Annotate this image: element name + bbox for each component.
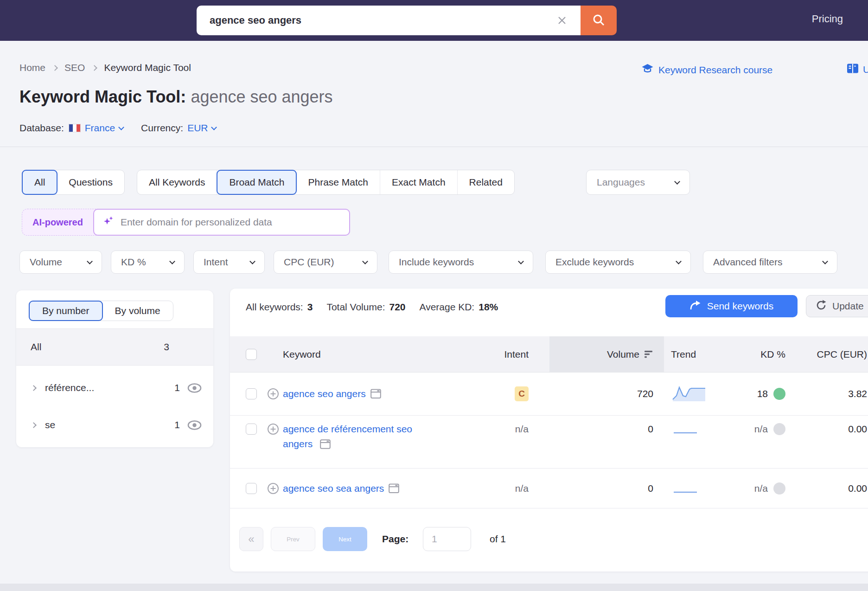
column-header-volume[interactable]: Volume <box>549 336 653 372</box>
table-body: agence seo angers C 720 18 3.82 <box>230 373 868 508</box>
page-number-input[interactable] <box>423 527 471 551</box>
user-manual-link[interactable]: Us <box>847 63 868 76</box>
total-volume-value: 720 <box>389 302 405 313</box>
keyword-groups-panel: By number By volume All 3 référence... 1… <box>16 290 213 447</box>
eye-icon[interactable] <box>187 420 202 430</box>
search-input[interactable] <box>197 6 581 35</box>
breadcrumb-home[interactable]: Home <box>19 62 45 73</box>
kd-easy-dot <box>773 388 785 400</box>
tab-related[interactable]: Related <box>458 170 514 194</box>
chevron-down-icon <box>249 258 255 264</box>
kd-cell: n/a <box>694 423 785 435</box>
keyword-link[interactable]: agence seo sea angers <box>283 481 384 496</box>
horizontal-scrollbar-track[interactable] <box>0 584 868 591</box>
serp-icon[interactable] <box>370 389 381 399</box>
average-kd-label: Average KD: <box>420 302 475 313</box>
next-page-button[interactable]: Next <box>323 527 367 551</box>
chevron-down-icon <box>676 258 682 264</box>
serp-icon[interactable] <box>389 483 399 493</box>
expand-chevron-icon[interactable] <box>31 385 37 391</box>
column-header-intent[interactable]: Intent <box>459 336 529 372</box>
kd-value: n/a <box>754 424 768 435</box>
sort-descending-icon <box>644 350 653 358</box>
include-keywords-dropdown[interactable]: Include keywords <box>389 251 533 274</box>
group-all-count: 3 <box>164 341 169 353</box>
clear-search-icon[interactable] <box>555 14 568 27</box>
tab-questions[interactable]: Questions <box>57 170 124 194</box>
tab-exact-match[interactable]: Exact Match <box>380 170 458 194</box>
kd-value: 18 <box>757 388 768 399</box>
breadcrumb-seo[interactable]: SEO <box>64 62 85 73</box>
expand-chevron-icon[interactable] <box>31 422 37 428</box>
languages-dropdown[interactable]: Languages <box>586 170 690 195</box>
pagination: « Prev Next Page: of 1 <box>230 527 868 551</box>
groups-sort-tabs: By number By volume <box>29 301 173 321</box>
eye-icon[interactable] <box>187 383 202 393</box>
group-row[interactable]: référence... 1 <box>16 371 213 405</box>
france-flag-icon <box>69 124 81 132</box>
send-keywords-button[interactable]: Send keywords <box>665 295 798 317</box>
intent-cell: n/a <box>459 424 529 435</box>
add-keyword-icon[interactable] <box>267 423 279 435</box>
column-header-kd[interactable]: KD % <box>716 336 785 372</box>
update-label: Update <box>832 301 864 312</box>
search-button[interactable] <box>581 6 617 35</box>
domain-input-wrap <box>93 209 350 236</box>
chevron-down-icon <box>674 179 680 185</box>
group-count: 1 <box>174 419 180 430</box>
first-page-button[interactable]: « <box>239 527 263 551</box>
kd-filter-dropdown[interactable]: KD % <box>111 251 185 274</box>
group-row[interactable]: se 1 <box>16 408 213 442</box>
chevron-right-icon <box>92 65 98 71</box>
volume-header-label: Volume <box>607 349 639 360</box>
cpc-filter-dropdown[interactable]: CPC (EUR) <box>274 251 377 274</box>
group-row-all[interactable]: All 3 <box>16 328 213 366</box>
prev-page-button[interactable]: Prev <box>271 527 315 551</box>
pricing-link[interactable]: Pricing <box>812 13 843 25</box>
tab-by-number[interactable]: By number <box>29 301 103 321</box>
keyword-link[interactable]: agence seo angers <box>283 386 366 401</box>
chevron-down-icon <box>169 258 175 264</box>
table-header-row: Keyword Intent Volume Trend KD % CPC (EU… <box>230 336 868 373</box>
keyword-research-course-link[interactable]: Keyword Research course <box>641 63 772 77</box>
tab-all[interactable]: All <box>22 170 57 195</box>
column-header-cpc[interactable]: CPC (EUR) <box>798 336 867 372</box>
search-icon <box>592 13 606 28</box>
serp-icon[interactable] <box>320 439 331 449</box>
tab-all-keywords[interactable]: All Keywords <box>137 170 217 194</box>
top-bar: Pricing <box>0 0 868 41</box>
page-label: Page: <box>382 527 408 551</box>
exclude-keywords-label: Exclude keywords <box>555 257 634 268</box>
breadcrumb: Home SEO Keyword Magic Tool <box>19 62 191 73</box>
group-label: référence... <box>45 382 94 393</box>
select-all-checkbox[interactable] <box>246 336 257 372</box>
page-title: Keyword Magic Tool: agence seo angers <box>19 87 333 107</box>
all-keywords-label: All keywords: <box>246 302 303 313</box>
add-keyword-icon[interactable] <box>267 388 279 400</box>
cpc-cell: 3.82 <box>798 388 867 399</box>
kd-value: n/a <box>754 483 768 494</box>
row-checkbox[interactable] <box>246 388 257 399</box>
keyword-link[interactable]: agence de référencement seo angers <box>283 424 412 449</box>
refresh-icon <box>816 300 827 313</box>
keywords-table-panel: All keywords:3 Total Volume:720 Average … <box>230 289 868 572</box>
update-button[interactable]: Update <box>806 295 868 317</box>
domain-input[interactable] <box>121 217 341 228</box>
add-keyword-icon[interactable] <box>267 482 279 495</box>
currency-selector[interactable]: EUR <box>187 122 216 134</box>
cpc-filter-label: CPC (EUR) <box>284 257 334 268</box>
intent-filter-dropdown[interactable]: Intent <box>193 251 265 274</box>
languages-label: Languages <box>597 177 645 188</box>
tab-broad-match[interactable]: Broad Match <box>217 170 297 195</box>
tab-by-volume[interactable]: By volume <box>102 301 173 321</box>
database-selector[interactable]: France <box>85 122 123 134</box>
column-header-trend: Trend <box>671 336 696 372</box>
advanced-filters-dropdown[interactable]: Advanced filters <box>703 251 837 274</box>
volume-filter-dropdown[interactable]: Volume <box>19 251 102 274</box>
exclude-keywords-dropdown[interactable]: Exclude keywords <box>545 251 691 274</box>
chevron-down-icon <box>118 124 124 130</box>
tab-phrase-match[interactable]: Phrase Match <box>296 170 380 194</box>
row-checkbox[interactable] <box>246 424 257 435</box>
row-checkbox[interactable] <box>246 483 257 494</box>
send-arrow-icon <box>689 300 701 313</box>
